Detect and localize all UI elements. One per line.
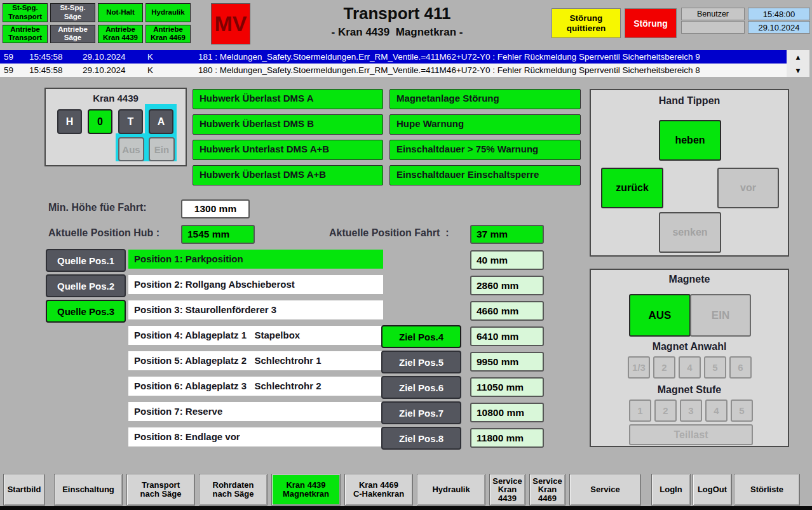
mode-button-h[interactable]: H bbox=[57, 109, 82, 134]
position-row-6: Position 6: Ablageplatz 3 Schlechtrohr 2 bbox=[128, 377, 383, 396]
lamp-einschaltdauer-warnung: Einschaltdauer > 75% Warnung bbox=[389, 140, 581, 160]
plant-status-grid: St-Spg. Transport St-Spg. Säge Not-Halt … bbox=[3, 3, 191, 43]
position-row-7: Position 7: Reserve bbox=[128, 402, 383, 421]
ziel-pos-6-button[interactable]: Ziel Pos.6 bbox=[381, 376, 461, 399]
position-7-value: 10800 mm bbox=[470, 403, 544, 422]
lamp-hubwerk-ueberlast-dms-ab: Hubwerk Überlast DMS A+B bbox=[193, 165, 383, 185]
position-2-value: 2860 mm bbox=[470, 276, 544, 295]
alarm-time: 15:45:58 bbox=[29, 52, 83, 62]
magnet-anwahl-4-button[interactable]: 4 bbox=[679, 356, 701, 379]
mode-button-0[interactable]: 0 bbox=[88, 109, 112, 134]
status-button-antriebe-kran-4469[interactable]: Antriebe Kran 4469 bbox=[145, 25, 191, 44]
alarm-message: 181 : Meldungen_Safety.Stoermeldungen.Er… bbox=[198, 52, 787, 62]
position-hub-value: 1545 mm bbox=[181, 225, 255, 244]
nav-stoerliste[interactable]: Störliste bbox=[734, 474, 800, 506]
ziel-pos-4-button[interactable]: Ziel Pos.4 bbox=[381, 325, 461, 348]
nav-einschaltung[interactable]: Einschaltung bbox=[54, 474, 123, 506]
position-row-3: Position 3: Staurollenförderer 3 bbox=[128, 300, 383, 319]
status-button-antriebe-kran-4439[interactable]: Antriebe Kran 4439 bbox=[98, 25, 143, 44]
magnet-anwahl-label: Magnet Anwahl bbox=[591, 341, 788, 352]
alarm-class: K bbox=[147, 65, 198, 75]
kran-4439-mode-panel: Kran 4439 H 0 T A Aus Ein bbox=[44, 88, 187, 166]
hand-tippen-title: Hand Tippen bbox=[591, 95, 788, 107]
magnet-stufe-3-button[interactable]: 3 bbox=[680, 399, 702, 422]
alarm-id: 59 bbox=[0, 52, 29, 62]
quelle-pos-2-button[interactable]: Quelle Pos.2 bbox=[46, 274, 126, 297]
nav-hydraulik[interactable]: Hydraulik bbox=[417, 474, 485, 506]
magnet-anwahl-5-button[interactable]: 5 bbox=[704, 356, 726, 379]
lamp-hubwerk-unterlast-dms-ab: Hubwerk Unterlast DMS A+B bbox=[193, 140, 383, 160]
nav-service-kran-4469[interactable]: Service Kran 4469 bbox=[529, 474, 565, 506]
scroll-up-icon[interactable]: ▲ bbox=[787, 50, 809, 64]
ziel-pos-8-button[interactable]: Ziel Pos.8 bbox=[381, 427, 461, 450]
magnet-aus-button[interactable]: AUS bbox=[629, 294, 691, 337]
zurueck-button[interactable]: zurück bbox=[601, 168, 663, 208]
senken-button[interactable]: senken bbox=[659, 212, 721, 253]
status-button-hydraulik[interactable]: Hydraulik bbox=[145, 3, 191, 22]
benutzer-label-field: Benutzer bbox=[681, 8, 745, 20]
min-hoehe-input[interactable]: 1300 mm bbox=[181, 199, 250, 218]
quelle-pos-1-button[interactable]: Quelle Pos.1 bbox=[46, 249, 126, 272]
alarm-class: K bbox=[147, 52, 198, 62]
teillast-button[interactable]: Teillast bbox=[629, 424, 753, 445]
page-header: Transport 411 - Kran 4439 Magnetkran - bbox=[273, 4, 521, 39]
alarm-time: 15:45:58 bbox=[29, 65, 83, 75]
magnet-ein-button[interactable]: EIN bbox=[690, 294, 751, 337]
scroll-down-icon[interactable]: ▼ bbox=[787, 64, 809, 77]
status-button-st-spg-saege[interactable]: St-Spg. Säge bbox=[50, 3, 95, 22]
nav-login[interactable]: LogIn bbox=[651, 474, 691, 506]
nav-startbild[interactable]: Startbild bbox=[3, 474, 45, 506]
magnet-stufe-4-button[interactable]: 4 bbox=[705, 399, 727, 422]
alarm-message: 180 : Meldungen_Safety.Stoermeldungen.Er… bbox=[198, 65, 787, 75]
magnete-panel: Magnete AUS EIN Magnet Anwahl 1/3 2 4 5 … bbox=[590, 269, 789, 447]
heben-button[interactable]: heben bbox=[659, 120, 721, 161]
magnet-anwahl-2-button[interactable]: 2 bbox=[653, 356, 675, 379]
alarm-date: 29.10.2024 bbox=[83, 65, 147, 75]
stoerung-quittieren-button[interactable]: Störung quittieren bbox=[551, 8, 621, 38]
ein-button[interactable]: Ein bbox=[149, 137, 175, 161]
position-4-value: 6410 mm bbox=[470, 326, 544, 346]
clock-date: 29.10.2024 bbox=[748, 21, 810, 34]
status-button-antriebe-transport[interactable]: Antriebe Transport bbox=[3, 25, 48, 44]
alarm-row[interactable]: 59 15:45:58 29.10.2024 K 181 : Meldungen… bbox=[0, 50, 787, 64]
stoerung-lamp[interactable]: Störung bbox=[625, 8, 677, 38]
magnet-anwahl-6-button[interactable]: 6 bbox=[729, 356, 752, 379]
position-hub-label: Aktuelle Position Hub : bbox=[48, 227, 159, 239]
magnet-anwahl-1-3-button[interactable]: 1/3 bbox=[628, 356, 650, 379]
vor-button[interactable]: vor bbox=[717, 168, 779, 208]
kran-panel-title: Kran 4439 bbox=[46, 93, 186, 104]
nav-service-kran-4439[interactable]: Service Kran 4439 bbox=[489, 474, 525, 506]
lamp-hubwerk-ueberlast-dms-b: Hubwerk Überlast DMS B bbox=[193, 114, 383, 135]
page-subtitle: - Kran 4439 Magnetkran - bbox=[332, 26, 463, 39]
min-hoehe-label: Min. Höhe füe Fahrt: bbox=[48, 202, 147, 213]
nav-kran-4469-c-hakenkran[interactable]: Kran 4469 C-Hakenkran bbox=[344, 474, 413, 506]
nav-transport-nach-saege[interactable]: Transport nach Säge bbox=[126, 474, 195, 506]
ziel-pos-5-button[interactable]: Ziel Pos.5 bbox=[381, 351, 461, 373]
nav-kran-4439-magnetkran[interactable]: Kran 4439 Magnetkran bbox=[271, 474, 341, 506]
alarm-scrollbar: ▲ ▼ bbox=[787, 50, 809, 77]
position-fahrt-value: 37 mm bbox=[470, 225, 544, 244]
mv-indicator-lamp: MV bbox=[211, 3, 250, 44]
ziel-pos-7-button[interactable]: Ziel Pos.7 bbox=[381, 401, 461, 424]
benutzer-value-field bbox=[681, 21, 745, 34]
hmi-screen: St-Spg. Transport St-Spg. Säge Not-Halt … bbox=[0, 0, 812, 510]
magnet-stufe-5-button[interactable]: 5 bbox=[731, 399, 753, 422]
status-button-not-halt[interactable]: Not-Halt bbox=[98, 3, 143, 22]
magnet-stufe-1-button[interactable]: 1 bbox=[629, 399, 651, 422]
status-button-st-spg-transport[interactable]: St-Spg. Transport bbox=[3, 3, 48, 22]
status-button-antriebe-saege[interactable]: Antriebe Säge bbox=[50, 25, 95, 44]
position-row-2: Position 2: Rollgang Abschieberost bbox=[128, 275, 383, 294]
nav-service[interactable]: Service bbox=[569, 474, 641, 506]
magnet-stufe-2-button[interactable]: 2 bbox=[654, 399, 677, 422]
alarm-date: 29.10.2024 bbox=[83, 52, 147, 62]
quelle-pos-3-button[interactable]: Quelle Pos.3 bbox=[46, 300, 126, 323]
alarm-row[interactable]: 59 15:45:58 29.10.2024 K 180 : Meldungen… bbox=[0, 64, 787, 77]
nav-logout[interactable]: LogOut bbox=[693, 474, 732, 506]
nav-rohrdaten-nach-saege[interactable]: Rohrdaten nach Säge bbox=[199, 474, 267, 506]
aus-button[interactable]: Aus bbox=[118, 137, 144, 161]
mode-button-a[interactable]: A bbox=[149, 109, 173, 134]
position-5-value: 9950 mm bbox=[470, 352, 544, 372]
bottom-edge bbox=[0, 506, 812, 510]
mode-button-t[interactable]: T bbox=[118, 109, 143, 134]
position-fahrt-label: Aktuelle Position Fahrt : bbox=[329, 227, 449, 239]
